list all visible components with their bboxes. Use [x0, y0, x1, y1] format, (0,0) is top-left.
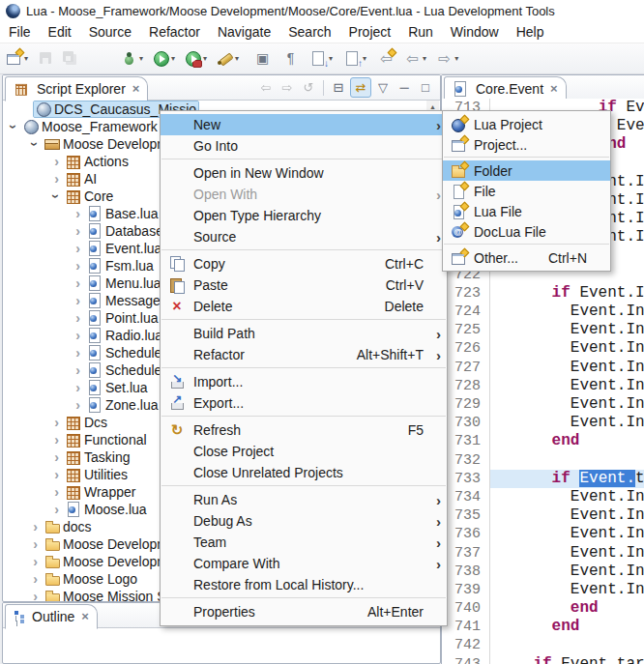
close-icon[interactable]: ×	[550, 81, 558, 96]
expand-arrow-icon[interactable]: ›	[71, 329, 85, 342]
expand-arrow-icon[interactable]: ›	[71, 259, 85, 273]
code-text[interactable]: Event.IniPlayerName = Event.IniDCSUnit:g…	[490, 377, 644, 395]
menu-source[interactable]: Source	[80, 24, 140, 40]
context-menu-item-refactor[interactable]: RefactorAlt+Shift+T›	[161, 344, 447, 365]
close-icon[interactable]: ×	[81, 609, 89, 623]
maximize-icon[interactable]: □	[416, 78, 435, 97]
code-text[interactable]: Event.IniDCSGroupName = Event.IniDCSGrou…	[490, 321, 644, 339]
expand-arrow-icon[interactable]: ›	[71, 242, 85, 255]
code-text[interactable]	[490, 451, 644, 470]
context-menu-item-source[interactable]: Source›	[161, 226, 447, 247]
back-icon[interactable]: ⇦	[256, 78, 276, 97]
new-wizard-button[interactable]: ▾	[4, 47, 30, 71]
code-text[interactable]: Event.IniUnitName = Event.IniDCSUnitName	[490, 525, 644, 543]
new-submenu-item-other[interactable]: Other...Ctrl+N	[443, 247, 610, 268]
expand-arrow-icon[interactable]: ›	[49, 155, 64, 168]
menu-project[interactable]: Project	[340, 24, 400, 40]
dropdown-arrow-icon[interactable]: ▾	[171, 54, 175, 63]
code-text[interactable]: Event.IniCoalition = Event.IniDCSUnit:ge…	[490, 395, 644, 414]
new-submenu-item-file[interactable]: File	[443, 181, 610, 201]
new-submenu-item-lua-file[interactable]: Lua File	[443, 201, 610, 221]
external-tools-button[interactable]: ▾	[215, 47, 241, 71]
new-submenu-item-project[interactable]: Project...	[443, 134, 610, 155]
up-icon[interactable]: ↺	[299, 78, 318, 97]
code-text[interactable]: Event.IniDCSUnitName = Event.IniDCSUnit:…	[490, 506, 644, 525]
expand-arrow-icon[interactable]: ›	[71, 398, 85, 412]
dropdown-arrow-icon[interactable]: ▾	[24, 54, 28, 63]
save-button[interactable]	[36, 47, 56, 71]
dropdown-arrow-icon[interactable]: ▾	[235, 54, 239, 63]
code-text[interactable]: Event.IniGroupName = Event.IniDCSGroupNa…	[490, 359, 644, 377]
context-menu-item-properties[interactable]: PropertiesAlt+Enter	[161, 601, 447, 622]
expand-arrow-icon[interactable]: ›	[28, 555, 43, 568]
expand-arrow-icon[interactable]: ›	[71, 346, 85, 360]
expand-arrow-icon[interactable]: ›	[49, 172, 64, 186]
context-menu-item-close-project[interactable]: Close Project	[161, 441, 447, 462]
minimize-icon[interactable]: ─	[395, 78, 414, 97]
mark-occurrences-button[interactable]: ▣	[252, 47, 273, 71]
code-text[interactable]: Event.IniGroup = GROUP:FindByName( Event…	[490, 339, 644, 358]
code-text[interactable]: if Event.target then	[490, 470, 644, 488]
context-menu-item-refresh[interactable]: ↻RefreshF5	[161, 419, 447, 441]
run-button[interactable]: ▾	[151, 47, 177, 71]
context-menu-item-export[interactable]: Export...	[161, 392, 447, 414]
code-text[interactable]: end	[490, 599, 644, 618]
tab-core-event[interactable]: Core.Event ×	[444, 76, 567, 101]
expand-arrow-icon[interactable]: ›	[71, 311, 85, 325]
context-menu-item-import[interactable]: Import...	[161, 371, 447, 392]
menu-refactor[interactable]: Refactor	[140, 24, 209, 40]
expand-arrow-icon[interactable]: ›	[71, 276, 85, 290]
expand-arrow-icon[interactable]: ›	[49, 503, 64, 516]
code-text[interactable]: end	[490, 618, 644, 636]
expand-arrow-icon[interactable]: ›	[28, 590, 43, 601]
context-menu-item-compare-with[interactable]: Compare With›	[161, 553, 447, 574]
context-menu-item-open-with[interactable]: Open With›	[161, 184, 447, 205]
view-menu-icon[interactable]: ▽	[373, 78, 393, 97]
context-menu-item-open-in-new-window[interactable]: Open in New Window	[161, 162, 447, 184]
dropdown-arrow-icon[interactable]: ▾	[423, 54, 426, 63]
forward-button[interactable]: ⇨▾	[434, 47, 460, 71]
scrollbar-up-icon[interactable]: ▲	[426, 101, 439, 110]
collapse-all-icon[interactable]: ⊟	[329, 78, 348, 97]
context-menu-item-new[interactable]: New›	[161, 114, 447, 135]
back-button[interactable]: ⇦▾	[402, 47, 428, 71]
context-menu-item-close-unrelated-projects[interactable]: Close Unrelated Projects	[161, 462, 447, 483]
link-with-editor-icon[interactable]: ⇄	[350, 77, 371, 98]
new-submenu-item-doclua-file[interactable]: DocLua File	[443, 221, 610, 242]
context-menu-item-debug-as[interactable]: Debug As›	[161, 510, 447, 532]
menu-search[interactable]: Search	[279, 24, 339, 40]
tab-script-explorer[interactable]: Script Explorer ×	[5, 76, 148, 101]
tab-outline[interactable]: Outline ×	[5, 604, 98, 629]
code-text[interactable]: Event.IniDCSGroup = Event.IniDCSUnit:get…	[490, 303, 644, 321]
menu-navigate[interactable]: Navigate	[209, 24, 279, 40]
dropdown-arrow-icon[interactable]: ▾	[329, 54, 333, 63]
show-whitespace-button[interactable]: ¶	[280, 47, 301, 71]
code-text[interactable]: Event.IniUnit = UNIT:FindByName( Event.I…	[490, 544, 644, 563]
dropdown-arrow-icon[interactable]: ▾	[363, 54, 366, 63]
run-coverage-button[interactable]: ▾	[183, 47, 209, 71]
context-menu-item-copy[interactable]: CopyCtrl+C	[161, 253, 447, 274]
expand-arrow-icon[interactable]: ›	[49, 468, 64, 481]
expand-arrow-icon[interactable]: ›	[71, 294, 85, 307]
expand-arrow-icon[interactable]: ›	[28, 537, 43, 551]
collapse-arrow-icon[interactable]: ›	[28, 137, 43, 151]
collapse-arrow-icon[interactable]: ›	[7, 120, 21, 133]
expand-arrow-icon[interactable]: ›	[49, 433, 64, 447]
new-submenu-item-folder[interactable]: Folder	[443, 160, 610, 181]
context-menu-item-paste[interactable]: PasteCtrl+V	[161, 274, 447, 296]
code-text[interactable]: Event.IniDCSUnit = Event.target	[490, 488, 644, 506]
close-icon[interactable]: ×	[132, 81, 140, 96]
expand-arrow-icon[interactable]: ›	[28, 572, 43, 586]
context-menu-item-delete[interactable]: ×DeleteDelete	[161, 296, 447, 317]
last-edit-location-button[interactable]: ⇦	[376, 47, 396, 71]
expand-arrow-icon[interactable]: ›	[49, 485, 64, 499]
new-submenu-item-lua-project[interactable]: Lua Project	[443, 114, 610, 134]
code-text[interactable]: Event.IniCategory = Event.IniDCSUnit:get…	[490, 581, 644, 599]
collapse-arrow-icon[interactable]: ›	[49, 189, 64, 203]
menu-edit[interactable]: Edit	[40, 24, 80, 40]
expand-arrow-icon[interactable]: ›	[49, 416, 64, 429]
save-all-button[interactable]	[60, 47, 80, 71]
expand-arrow-icon[interactable]: ›	[71, 207, 85, 220]
dropdown-arrow-icon[interactable]: ▾	[203, 54, 207, 63]
next-annotation-button[interactable]: ↓▾	[308, 47, 335, 71]
